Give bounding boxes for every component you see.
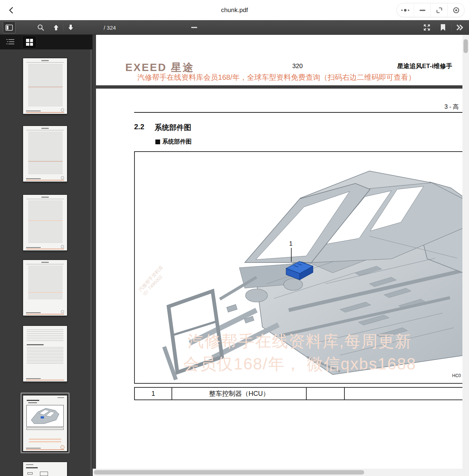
thumbnail-content <box>26 428 64 430</box>
red-banner-text: 汽修帮手在线资料库会员168/年，全球车型资料免费查询（扫码右边二维码即可查看） <box>96 72 457 82</box>
sidebar-scrollbar[interactable] <box>90 49 92 476</box>
thumbnail-content <box>28 161 63 161</box>
thumbnail-content <box>29 441 61 442</box>
thumbnail-content <box>28 266 63 300</box>
header-rule <box>134 112 462 113</box>
thumbnail-content <box>61 108 64 112</box>
thumbnail-content <box>60 445 64 449</box>
thumbnail-content <box>61 176 64 179</box>
thumbnail-figure <box>26 405 64 427</box>
thumbnail-content <box>26 464 33 465</box>
figure-code: HC0 <box>452 373 461 378</box>
block-heading: 系统部件图 <box>155 138 192 146</box>
thumbnail-content <box>40 472 48 476</box>
search-icon <box>37 23 45 31</box>
toolbar-separator <box>63 24 63 31</box>
minimize-button[interactable] <box>414 3 431 17</box>
pdf-page-6: 3 - 高 2.2 系统部件图 系统部件图 <box>96 89 462 469</box>
thumbnail-content <box>29 439 61 440</box>
restore-button[interactable] <box>431 3 447 17</box>
parts-table: 1 整车控制器（HCU） <box>134 387 462 400</box>
page-down-icon <box>67 23 75 31</box>
target-icon <box>453 7 460 14</box>
block-heading-text: 系统部件图 <box>162 138 192 146</box>
thumbnail-content <box>26 62 64 63</box>
callout-label: 1 <box>289 240 292 247</box>
thumbnail-content <box>26 380 64 380</box>
thumbnail-content <box>61 245 64 248</box>
thumbnail-sidebar <box>0 35 93 476</box>
thumbnails-view-button[interactable] <box>23 36 36 48</box>
section-number: 2.2 <box>134 123 144 131</box>
thumbnail-content <box>26 178 41 179</box>
search-button[interactable] <box>34 22 47 33</box>
thumbnail-page-7[interactable] <box>23 462 67 476</box>
page-5-number: 320 <box>279 63 316 70</box>
system-parts-figure: 汽修帮手资料库 ID: 7496002 <box>134 151 462 384</box>
horizontal-scrollbar-thumb[interactable] <box>94 470 364 475</box>
thumbnail-content <box>28 64 63 107</box>
thumbnail-content <box>27 400 39 401</box>
thumbnail-content <box>26 449 64 450</box>
previous-page-button[interactable] <box>50 22 62 33</box>
chapter-header: 3 - 高 <box>374 103 459 111</box>
thumbnail-content <box>26 467 38 468</box>
more-options-button[interactable] <box>397 3 414 17</box>
thumbnail-content <box>26 180 64 181</box>
document-outline-button[interactable] <box>4 36 17 48</box>
vertical-scrollbar-thumb[interactable] <box>464 39 468 53</box>
thumbnail-content <box>26 314 64 315</box>
thumbnail-content <box>28 220 63 221</box>
thumbnail-content <box>28 201 63 243</box>
more-options-icon <box>400 8 410 12</box>
target-button[interactable] <box>447 3 464 17</box>
thumbnail-content <box>41 262 49 263</box>
window-titlebar: chunk.pdf <box>0 0 469 20</box>
bookmark-icon <box>440 24 446 31</box>
double-chevron-right-icon <box>456 25 464 30</box>
next-page-button[interactable] <box>64 22 77 33</box>
thumbnail-page-1[interactable] <box>23 58 67 114</box>
thumbnail-page-2[interactable] <box>23 126 67 182</box>
thumbnail-content <box>28 402 37 403</box>
horizontal-scrollbar[interactable] <box>93 469 469 476</box>
thumbnail-content <box>61 310 64 313</box>
pdf-toolbar: / 324 110% ▲▼ <box>0 20 469 35</box>
thumbnail-content <box>41 60 49 61</box>
thumbnail-page-5[interactable] <box>23 326 67 382</box>
thumbnail-content <box>41 128 49 129</box>
thumbnail-page-6-selected[interactable] <box>23 395 67 451</box>
thumbnail-content <box>28 292 63 293</box>
pdf-page-5: EXEED 星途 320 星途追风ET-i维修手 汽修帮手在线资料库会员168/… <box>96 35 462 85</box>
thumbnail-content <box>26 312 41 313</box>
thumbnail-content <box>26 264 64 264</box>
thumbnail-page-4[interactable] <box>23 260 67 316</box>
table-cell-4 <box>345 388 462 399</box>
thumbnail-content <box>28 132 63 174</box>
mini-car-icon <box>27 405 63 427</box>
more-tools-button[interactable] <box>454 22 466 33</box>
car-body-diagram: 汽修帮手资料库 ID: 7496002 <box>135 152 462 383</box>
thumbnail-content <box>27 347 63 364</box>
page-view-area: EXEED 星途 320 星途追风ET-i维修手 汽修帮手在线资料库会员168/… <box>93 35 462 469</box>
fullscreen-icon <box>423 23 431 31</box>
thumbnail-content <box>26 130 64 130</box>
thumbnail-content <box>28 87 63 87</box>
thumbnail-content <box>27 330 63 342</box>
presentation-mode-button[interactable] <box>421 22 433 33</box>
section-title: 系统部件图 <box>155 123 191 133</box>
bookmark-button[interactable] <box>437 22 449 33</box>
thumbnail-content <box>26 448 41 449</box>
sidebar-toggle-button[interactable] <box>3 22 15 33</box>
window-controls <box>396 3 465 17</box>
thumbnail-content <box>26 111 41 111</box>
zoom-out-icon <box>191 27 197 28</box>
page-up-icon <box>52 23 60 31</box>
table-cell-number: 1 <box>135 388 172 399</box>
thumbnail-content <box>27 344 44 345</box>
sidebar-toggle-icon <box>5 25 13 31</box>
restore-icon <box>436 7 443 14</box>
thumbnail-page-3[interactable] <box>23 195 67 250</box>
zoom-out-button[interactable] <box>188 22 200 33</box>
vertical-scrollbar[interactable] <box>462 35 469 469</box>
